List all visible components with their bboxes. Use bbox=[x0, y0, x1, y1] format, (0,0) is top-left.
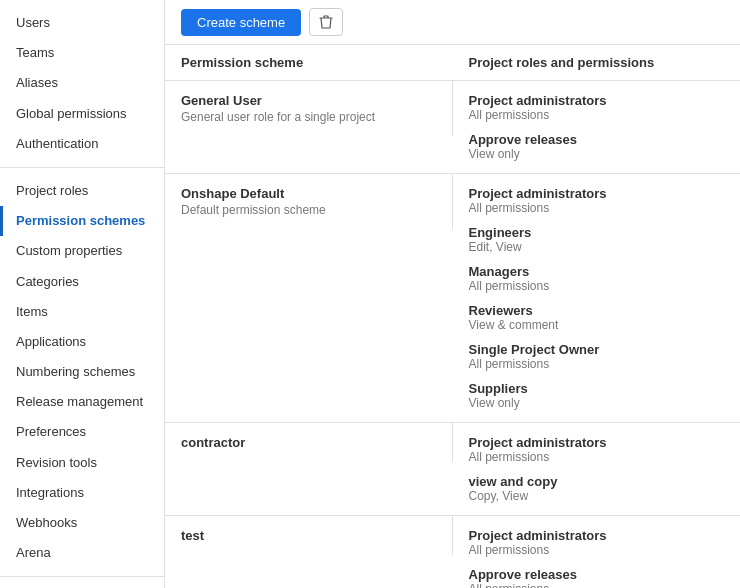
sidebar-item-items[interactable]: Items bbox=[0, 297, 164, 327]
role-permission: View & comment bbox=[469, 318, 725, 332]
sidebar-divider bbox=[0, 576, 164, 577]
role-permission: All permissions bbox=[469, 279, 725, 293]
scheme-name: contractor bbox=[181, 435, 436, 450]
create-scheme-button[interactable]: Create scheme bbox=[181, 9, 301, 36]
role-permission: Copy, View bbox=[469, 489, 725, 503]
role-name: Suppliers bbox=[469, 381, 725, 396]
role-entry: Approve releases View only bbox=[469, 132, 725, 161]
sidebar-item-custom-properties[interactable]: Custom properties bbox=[0, 236, 164, 266]
sidebar-item-numbering-schemes[interactable]: Numbering schemes bbox=[0, 357, 164, 387]
role-permission: All permissions bbox=[469, 201, 725, 215]
role-entry: Suppliers View only bbox=[469, 381, 725, 410]
table-row: Onshape Default Default permission schem… bbox=[165, 174, 740, 423]
role-permission: All permissions bbox=[469, 582, 725, 588]
delete-button[interactable] bbox=[309, 8, 343, 36]
role-name: view and copy bbox=[469, 474, 725, 489]
role-name: Project administrators bbox=[469, 93, 725, 108]
toolbar: Create scheme bbox=[165, 0, 740, 45]
scheme-name: Onshape Default bbox=[181, 186, 436, 201]
table-row: test Project administrators All permissi… bbox=[165, 516, 740, 589]
sidebar-divider bbox=[0, 167, 164, 168]
table-row: General User General user role for a sin… bbox=[165, 81, 740, 174]
scheme-desc: General user role for a single project bbox=[181, 110, 436, 124]
role-permission: All permissions bbox=[469, 357, 725, 371]
sidebar-item-categories[interactable]: Categories bbox=[0, 267, 164, 297]
scheme-desc: Default permission scheme bbox=[181, 203, 436, 217]
role-name: Managers bbox=[469, 264, 725, 279]
sidebar-item-applications[interactable]: Applications bbox=[0, 327, 164, 357]
role-entry: view and copy Copy, View bbox=[469, 474, 725, 503]
permission-schemes-table-container: Permission scheme Project roles and perm… bbox=[165, 45, 740, 588]
role-entry: Single Project Owner All permissions bbox=[469, 342, 725, 371]
sidebar-item-arena[interactable]: Arena bbox=[0, 538, 164, 568]
sidebar-item-project-roles[interactable]: Project roles bbox=[0, 176, 164, 206]
sidebar-item-authentication[interactable]: Authentication bbox=[0, 129, 164, 159]
role-name: Project administrators bbox=[469, 186, 725, 201]
role-permission: All permissions bbox=[469, 543, 725, 557]
role-name: Project administrators bbox=[469, 528, 725, 543]
role-entry: Project administrators All permissions bbox=[469, 93, 725, 122]
col-scheme-header: Permission scheme bbox=[165, 45, 453, 81]
role-name: Engineers bbox=[469, 225, 725, 240]
sidebar-item-global-permissions[interactable]: Global permissions bbox=[0, 99, 164, 129]
role-permission: Edit, View bbox=[469, 240, 725, 254]
role-name: Approve releases bbox=[469, 567, 725, 582]
role-name: Approve releases bbox=[469, 132, 725, 147]
role-permission: View only bbox=[469, 147, 725, 161]
col-roles-header: Project roles and permissions bbox=[453, 45, 741, 81]
sidebar: UsersTeamsAliasesGlobal permissionsAuthe… bbox=[0, 0, 165, 588]
sidebar-item-webhooks[interactable]: Webhooks bbox=[0, 508, 164, 538]
role-entry: Project administrators All permissions bbox=[469, 528, 725, 557]
role-permission: All permissions bbox=[469, 450, 725, 464]
sidebar-item-aliases[interactable]: Aliases bbox=[0, 68, 164, 98]
role-entry: Project administrators All permissions bbox=[469, 435, 725, 464]
role-name: Reviewers bbox=[469, 303, 725, 318]
scheme-name: General User bbox=[181, 93, 436, 108]
role-entry: Reviewers View & comment bbox=[469, 303, 725, 332]
main-content: Create scheme Permission scheme Project … bbox=[165, 0, 740, 588]
role-entry: Approve releases All permissions bbox=[469, 567, 725, 588]
sidebar-item-permission-schemes[interactable]: Permission schemes bbox=[0, 206, 164, 236]
trash-icon bbox=[319, 14, 333, 30]
sidebar-item-release-management[interactable]: Release management bbox=[0, 387, 164, 417]
sidebar-item-revision-tools[interactable]: Revision tools bbox=[0, 448, 164, 478]
role-entry: Managers All permissions bbox=[469, 264, 725, 293]
role-permission: All permissions bbox=[469, 108, 725, 122]
role-entry: Project administrators All permissions bbox=[469, 186, 725, 215]
sidebar-item-users[interactable]: Users bbox=[0, 8, 164, 38]
role-entry: Engineers Edit, View bbox=[469, 225, 725, 254]
table-row: contractor Project administrators All pe… bbox=[165, 423, 740, 516]
role-name: Project administrators bbox=[469, 435, 725, 450]
role-name: Single Project Owner bbox=[469, 342, 725, 357]
sidebar-item-integrations[interactable]: Integrations bbox=[0, 478, 164, 508]
scheme-name: test bbox=[181, 528, 436, 543]
permission-schemes-table: Permission scheme Project roles and perm… bbox=[165, 45, 740, 588]
sidebar-item-teams[interactable]: Teams bbox=[0, 38, 164, 68]
role-permission: View only bbox=[469, 396, 725, 410]
sidebar-item-preferences[interactable]: Preferences bbox=[0, 417, 164, 447]
